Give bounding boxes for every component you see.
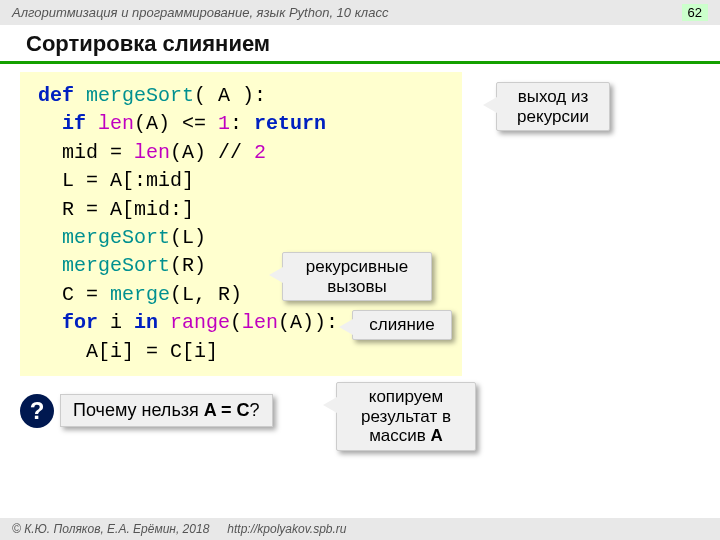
page-title: Сортировка слиянием (0, 25, 720, 61)
callout-merge: слияние (352, 310, 452, 340)
callout-exit: выход из рекурсии (496, 82, 610, 131)
footer-url: http://kpolyakov.spb.ru (227, 522, 346, 536)
header: Алгоритмизация и программирование, язык … (0, 0, 720, 25)
title-underline (0, 61, 720, 64)
callout-recursive: рекурсивные вызовы (282, 252, 432, 301)
page-number: 62 (682, 4, 708, 21)
course-label: Алгоритмизация и программирование, язык … (12, 5, 388, 20)
callout-copy: копируем результат в массив A (336, 382, 476, 451)
copyright: © К.Ю. Поляков, Е.А. Ерёмин, 2018 (12, 522, 209, 536)
content-area: def mergeSort( A ): if len(A) <= 1: retu… (0, 72, 720, 428)
footer: © К.Ю. Поляков, Е.А. Ерёмин, 2018 http:/… (0, 518, 720, 540)
question-mark-icon: ? (20, 394, 54, 428)
question-box: Почему нельзя A = C? (60, 394, 273, 427)
